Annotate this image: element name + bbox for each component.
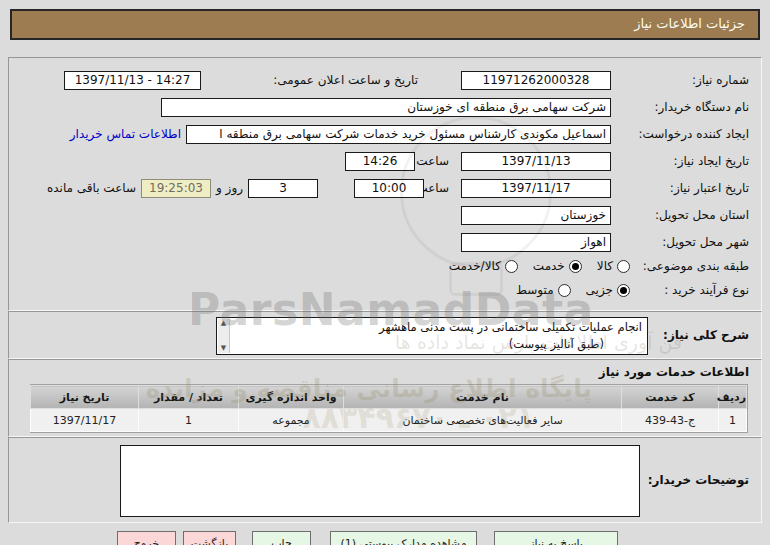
province-label: استان محل تحویل: bbox=[655, 206, 749, 225]
col-service-code: کد خدمت bbox=[622, 386, 719, 409]
valid-date-field[interactable]: 1397/11/17 bbox=[461, 179, 611, 198]
radio-kala-label: کالا bbox=[597, 259, 613, 273]
create-date-field[interactable]: 1397/11/13 bbox=[461, 152, 611, 171]
cell-row-number: 1 bbox=[719, 409, 747, 432]
exit-button[interactable]: خروج bbox=[117, 531, 176, 545]
services-section-title: اطلاعات خدمات مورد نیاز bbox=[599, 363, 749, 382]
table-header-row: ردیف کد خدمت نام خدمت واحد اندازه گیری ت… bbox=[31, 386, 747, 409]
description-label: شرح کلی نیاز: bbox=[663, 326, 749, 345]
remaining-days-field[interactable]: 3 bbox=[248, 179, 318, 198]
process-type-label: نوع فرآیند خرید : bbox=[664, 281, 749, 300]
col-row-number: ردیف bbox=[719, 386, 747, 409]
create-hour-label: ساعت bbox=[416, 152, 449, 171]
city-field[interactable]: اهواز bbox=[461, 233, 611, 252]
cell-quantity: 1 bbox=[139, 409, 239, 432]
reply-to-need-button[interactable]: پاسخ به نیاز bbox=[494, 531, 618, 545]
col-unit: واحد اندازه گیری bbox=[239, 386, 344, 409]
valid-date-label: تاریخ اعتبار نیاز: bbox=[670, 179, 749, 198]
remaining-time-field: 19:25:03 bbox=[141, 179, 211, 198]
radio-motevasset-label: متوسط bbox=[516, 283, 554, 297]
create-time-field[interactable]: 14:26 bbox=[345, 152, 415, 171]
category-label: طبقه بندی موضوعی: bbox=[643, 257, 749, 276]
days-label: روز و bbox=[216, 179, 243, 198]
print-button[interactable]: چاپ bbox=[252, 531, 311, 545]
col-need-date: تاریخ نیاز bbox=[31, 386, 139, 409]
category-radio-group: کالا خدمت کالا/خدمت bbox=[449, 258, 630, 274]
request-creator-field[interactable]: اسماعیل مکوندی کارشناس مسئول خرید خدمات … bbox=[186, 125, 611, 144]
back-button[interactable]: بازگشت bbox=[183, 531, 236, 545]
view-attachments-button[interactable]: مشاهده مدارک پیوستی (1) bbox=[330, 531, 477, 545]
radio-circle-icon[interactable] bbox=[617, 260, 630, 273]
create-date-label: تاریخ ایجاد نیاز: bbox=[674, 152, 749, 171]
buyer-org-field[interactable]: شرکت سهامی برق منطقه ای خوزستان bbox=[161, 98, 611, 117]
need-details-page: { "title": "جزئیات اطلاعات نیاز", "form"… bbox=[0, 0, 770, 545]
buyer-contact-link[interactable]: اطلاعات تماس خریدار bbox=[70, 125, 181, 144]
process-radio-group: جزیی متوسط bbox=[516, 282, 630, 298]
request-creator-label: ایجاد کننده درخواست: bbox=[638, 125, 749, 144]
buyer-notes-label: توضیحات خریدار: bbox=[648, 471, 749, 490]
announce-datetime-field[interactable]: 1397/11/13 - 14:27 bbox=[64, 71, 201, 90]
cell-service-name: سایر فعالیت‌های تخصصی ساختمان bbox=[344, 409, 622, 432]
description-line-2: (طبق آنالیز پیوست) bbox=[233, 336, 604, 353]
scrollbar[interactable]: ▲▼ bbox=[218, 319, 230, 353]
need-number-field[interactable]: 11971262000328 bbox=[461, 71, 611, 90]
description-line-1: انجام عملیات تکمیلی ساختمانی در پست مدنی… bbox=[233, 319, 642, 336]
buyer-notes-textarea[interactable] bbox=[120, 445, 640, 517]
col-service-name: نام خدمت bbox=[344, 386, 622, 409]
need-number-label: شماره نیاز: bbox=[692, 71, 749, 90]
radio-kala-khedmat-label: کالا/خدمت bbox=[449, 259, 501, 273]
scroll-up-icon[interactable]: ▲ bbox=[221, 319, 226, 327]
radio-circle-icon[interactable] bbox=[569, 260, 582, 273]
radio-circle-icon[interactable] bbox=[558, 284, 571, 297]
radio-jozii-label: جزیی bbox=[586, 283, 613, 297]
city-label: شهر محل تحویل: bbox=[662, 233, 749, 252]
form-panel: شماره نیاز: 11971262000328 تاریخ و ساعت … bbox=[8, 57, 762, 311]
cell-unit: مجموعه bbox=[239, 409, 344, 432]
radio-circle-icon[interactable] bbox=[505, 260, 518, 273]
cell-service-code: ج-43-439 bbox=[622, 409, 719, 432]
description-textarea[interactable]: انجام عملیات تکمیلی ساختمانی در پست مدنی… bbox=[216, 317, 648, 355]
table-row: 1 ج-43-439 سایر فعالیت‌های تخصصی ساختمان… bbox=[31, 409, 747, 432]
announce-datetime-label: تاریخ و ساعت اعلان عمومی: bbox=[273, 71, 418, 90]
radio-khedmat[interactable]: خدمت bbox=[533, 259, 582, 273]
radio-jozii[interactable]: جزیی bbox=[586, 283, 630, 297]
radio-kala[interactable]: کالا bbox=[597, 259, 630, 273]
page-title: جزئیات اطلاعات نیاز bbox=[10, 9, 760, 40]
cell-need-date: 1397/11/17 bbox=[31, 409, 139, 432]
scroll-down-icon[interactable]: ▼ bbox=[218, 344, 229, 353]
radio-khedmat-label: خدمت bbox=[533, 259, 565, 273]
province-field[interactable]: خوزستان bbox=[461, 206, 611, 225]
col-quantity: تعداد / مقدار bbox=[139, 386, 239, 409]
services-table: ردیف کد خدمت نام خدمت واحد اندازه گیری ت… bbox=[30, 384, 748, 433]
radio-circle-icon[interactable] bbox=[617, 284, 630, 297]
radio-motevasset[interactable]: متوسط bbox=[516, 283, 571, 297]
radio-kala-khedmat[interactable]: کالا/خدمت bbox=[449, 259, 518, 273]
buyer-org-label: نام دستگاه خریدار: bbox=[655, 98, 750, 117]
remaining-label: ساعت باقی مانده bbox=[47, 179, 136, 198]
valid-time-field[interactable]: 10:00 bbox=[354, 179, 424, 198]
